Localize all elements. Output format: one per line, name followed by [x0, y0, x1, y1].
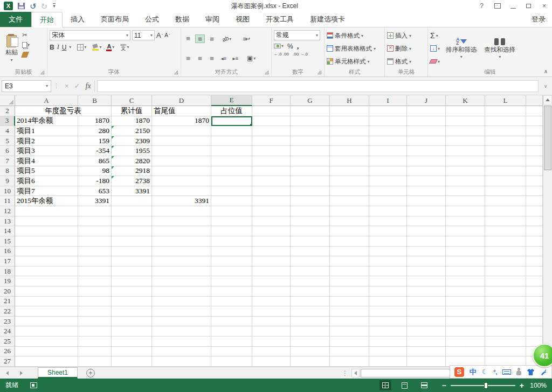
cell-C19[interactable] — [112, 276, 152, 286]
wrap-text-button[interactable]: ≡↩ — [241, 34, 251, 43]
cell-E9[interactable] — [211, 176, 252, 186]
cell-A2-merged[interactable]: 年度盈亏表 — [15, 106, 112, 116]
cell-M22[interactable] — [526, 306, 543, 317]
cell-D4[interactable] — [152, 126, 211, 136]
row-header-13[interactable]: 13 — [0, 216, 15, 227]
cell-I23[interactable] — [369, 317, 407, 327]
font-size-select[interactable]: 11▾ — [132, 30, 155, 40]
row-header-5[interactable]: 5 — [0, 136, 15, 146]
cell-F16[interactable] — [252, 247, 291, 257]
macro-record-icon[interactable] — [30, 382, 37, 388]
cell-E18[interactable] — [211, 267, 252, 277]
cell-H12[interactable] — [330, 206, 369, 216]
cell-M20[interactable] — [526, 286, 543, 297]
cell-G13[interactable] — [291, 216, 330, 227]
shrink-font-button[interactable]: Aˇ — [164, 32, 170, 38]
cell-F19[interactable] — [252, 276, 291, 286]
row-header-18[interactable]: 18 — [0, 267, 15, 277]
cell-A12[interactable] — [15, 206, 78, 216]
cell-L26[interactable] — [485, 347, 526, 357]
cell-G4[interactable] — [291, 126, 330, 136]
cell-H18[interactable] — [330, 267, 369, 277]
cell-L16[interactable] — [485, 247, 526, 257]
cell-I16[interactable] — [369, 247, 407, 257]
row-header-9[interactable]: 9 — [0, 176, 15, 186]
fill-color-button[interactable]: ▾ — [92, 44, 101, 51]
phonetic-guide-button[interactable]: wén文 ▾ — [120, 43, 129, 51]
column-header-F[interactable]: F — [252, 95, 291, 106]
collapse-ribbon-button[interactable]: ∧ — [544, 68, 548, 74]
fill-handle[interactable] — [250, 123, 252, 126]
cell-K13[interactable] — [446, 216, 485, 227]
cell-G16[interactable] — [291, 247, 330, 257]
cell-E24[interactable] — [211, 326, 252, 337]
tab-开始[interactable]: 开始 — [31, 12, 63, 27]
cell-M18[interactable] — [526, 267, 543, 277]
cell-J15[interactable] — [407, 236, 446, 247]
cell-A3[interactable]: 2014年余额 — [15, 116, 78, 127]
row-header-22[interactable]: 22 — [0, 306, 15, 317]
sogou-logo-icon[interactable]: S — [454, 367, 464, 377]
cell-K7[interactable] — [446, 156, 485, 166]
cell-H3[interactable] — [330, 116, 369, 127]
cell-K17[interactable] — [446, 256, 485, 267]
tab-审阅[interactable]: 审阅 — [197, 12, 227, 27]
cell-E8[interactable] — [211, 166, 252, 177]
bottom-align-button[interactable]: ≡ — [207, 34, 217, 43]
cell-D10[interactable] — [152, 186, 211, 197]
row-header-20[interactable]: 20 — [0, 286, 15, 297]
cell-C17[interactable] — [112, 256, 152, 267]
italic-button[interactable]: I — [57, 43, 59, 51]
tab-页面布局[interactable]: 页面布局 — [93, 12, 137, 27]
vertical-scroll-thumb[interactable] — [544, 106, 551, 170]
cell-B21[interactable] — [78, 297, 112, 307]
cell-K26[interactable] — [446, 347, 485, 357]
row-header-25[interactable]: 25 — [0, 337, 15, 347]
cell-L2[interactable] — [485, 106, 526, 116]
cell-J21[interactable] — [407, 297, 446, 307]
cell-L8[interactable] — [485, 166, 526, 177]
cell-C16[interactable] — [112, 247, 152, 257]
tab-公式[interactable]: 公式 — [137, 12, 167, 27]
tab-开发工具[interactable]: 开发工具 — [258, 12, 302, 27]
cell-E15[interactable] — [211, 236, 252, 247]
cell-C13[interactable] — [112, 216, 152, 227]
scroll-left-button[interactable] — [351, 369, 360, 377]
cell-A4[interactable]: 项目1 — [15, 126, 78, 136]
cell-styles-button[interactable]: 单元格样式▾ — [327, 56, 382, 67]
cell-E10[interactable] — [211, 186, 252, 197]
cell-G25[interactable] — [291, 337, 330, 347]
cell-D19[interactable] — [152, 276, 211, 286]
cell-C20[interactable] — [112, 286, 152, 297]
cell-D9[interactable] — [152, 176, 211, 186]
cell-A20[interactable] — [15, 286, 78, 297]
cell-E11[interactable] — [211, 196, 252, 206]
cell-D18[interactable] — [152, 267, 211, 277]
format-as-table-button[interactable]: 套用表格格式▾ — [327, 43, 382, 54]
cell-J3[interactable] — [407, 116, 446, 127]
underline-button[interactable]: U — [62, 44, 67, 51]
cell-C27[interactable] — [112, 356, 152, 367]
autosum-button[interactable]: Σ▾ — [430, 31, 440, 40]
row-header-24[interactable]: 24 — [0, 326, 15, 337]
cell-K8[interactable] — [446, 166, 485, 177]
row-header-7[interactable]: 7 — [0, 156, 15, 166]
cell-D26[interactable] — [152, 347, 211, 357]
cell-H10[interactable] — [330, 186, 369, 197]
cell-I21[interactable] — [369, 297, 407, 307]
excel-app-icon[interactable]: X — [4, 2, 13, 10]
cell-J26[interactable] — [407, 347, 446, 357]
cell-J8[interactable] — [407, 166, 446, 177]
orientation-button[interactable]: ab▾ — [222, 36, 231, 42]
cell-C3[interactable]: 1870 — [112, 116, 152, 127]
cell-L12[interactable] — [485, 206, 526, 216]
cell-L24[interactable] — [485, 326, 526, 337]
cell-J5[interactable] — [407, 136, 446, 146]
cell-E17[interactable] — [211, 256, 252, 267]
row-header-3[interactable]: 3 — [0, 116, 15, 127]
cell-G18[interactable] — [291, 267, 330, 277]
cell-G8[interactable] — [291, 166, 330, 177]
copy-button[interactable]: ▾ — [22, 41, 30, 48]
cell-A22[interactable] — [15, 306, 78, 317]
cell-F20[interactable] — [252, 286, 291, 297]
